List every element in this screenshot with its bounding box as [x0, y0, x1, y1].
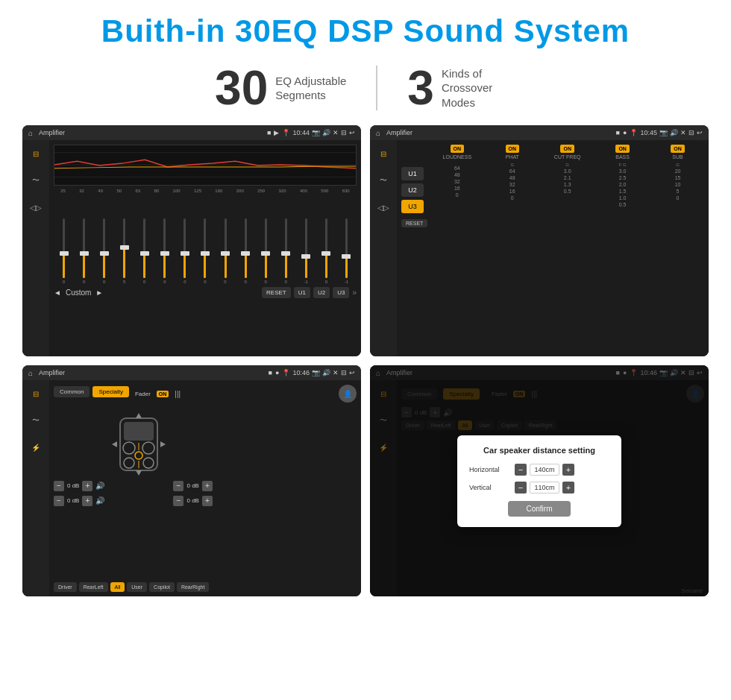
- reset-button[interactable]: RESET: [262, 287, 291, 298]
- db-plus-4[interactable]: +: [202, 496, 213, 506]
- col-cutfreq: ON CUT FREQ G 3.0 2.1 1.3 0.5: [541, 145, 594, 352]
- horizontal-minus[interactable]: −: [515, 464, 527, 476]
- all-btn-3[interactable]: All: [110, 582, 125, 592]
- time-2: 10:45: [640, 129, 657, 136]
- u1-crossover-btn[interactable]: U1: [401, 167, 424, 180]
- rearleft-btn-3[interactable]: RearLeft: [79, 582, 108, 592]
- on-phat[interactable]: ON: [506, 145, 520, 153]
- window-icon-3: ⊟: [341, 369, 347, 376]
- slider-11[interactable]: 0: [259, 218, 272, 284]
- vertical-plus[interactable]: +: [562, 482, 574, 494]
- distance-dialog: Car speaker distance setting Horizontal …: [457, 435, 621, 527]
- db-minus-3[interactable]: −: [173, 481, 183, 491]
- freq-100: 100: [173, 189, 181, 193]
- freq-160: 160: [215, 189, 222, 193]
- eq-icon[interactable]: ⊟: [28, 146, 43, 161]
- on-loudness[interactable]: ON: [451, 145, 465, 153]
- stat-number-eq: 30: [215, 64, 268, 112]
- reset-crossover-btn[interactable]: RESET: [401, 219, 427, 227]
- eq-icon-2[interactable]: ⊟: [376, 146, 391, 161]
- svg-rect-4: [124, 422, 154, 441]
- tab-specialty-3[interactable]: Specialty: [92, 386, 128, 397]
- horizontal-plus[interactable]: +: [562, 464, 574, 476]
- slider-2[interactable]: 0: [78, 218, 91, 284]
- window-icon: ⊟: [341, 129, 347, 136]
- fader-on-3: ON: [157, 391, 169, 397]
- home-icon-2: ⌂: [376, 129, 380, 137]
- slider-3[interactable]: 0: [98, 218, 111, 284]
- screen2-content: ⊟ 〜 ◁▷ U1 U2 U3 RESET: [370, 140, 709, 356]
- back-icon: ↩: [349, 129, 355, 136]
- slider-5[interactable]: 0: [138, 218, 151, 284]
- back-icon-3: ↩: [349, 369, 355, 376]
- profile-icon-3[interactable]: 👤: [339, 385, 357, 403]
- dot-icon-2: ●: [623, 129, 627, 136]
- crossover-cols: ON LOUDNESS 64 48 32 16 0: [430, 145, 704, 352]
- sublabel-sub: G: [676, 163, 680, 167]
- driver-btn-3[interactable]: Driver: [54, 582, 77, 592]
- slider-8[interactable]: 0: [198, 218, 212, 284]
- horizontal-control: − 140cm +: [515, 464, 574, 476]
- u3-button[interactable]: U3: [333, 287, 349, 298]
- u3-crossover-btn[interactable]: U3: [401, 200, 424, 213]
- right-db-controls: − 0 dB + − 0 dB +: [173, 407, 212, 579]
- svg-point-9: [135, 452, 142, 459]
- slider-10[interactable]: 0: [239, 218, 252, 284]
- label-loudness: LOUDNESS: [443, 154, 472, 160]
- on-sub[interactable]: ON: [671, 145, 685, 153]
- db-plus-2[interactable]: +: [82, 496, 92, 506]
- slider-9[interactable]: 0: [219, 218, 232, 284]
- eq-chart: [54, 145, 357, 186]
- u1-button[interactable]: U1: [294, 287, 310, 298]
- rearright-btn-3[interactable]: RearRight: [177, 582, 210, 592]
- db-minus-4[interactable]: −: [173, 496, 183, 506]
- prev-icon[interactable]: ◄: [54, 288, 61, 297]
- on-cutfreq[interactable]: ON: [560, 145, 574, 153]
- user-btn-3[interactable]: User: [127, 582, 147, 592]
- screen3-sidebar: ⊟ 〜 ⚡: [22, 380, 49, 596]
- slider-14[interactable]: 0: [319, 218, 333, 284]
- eq-curve-svg: [54, 145, 356, 185]
- on-bass[interactable]: ON: [615, 145, 630, 153]
- u-buttons: U1 U2 U3 RESET: [401, 145, 427, 352]
- next-icon[interactable]: ►: [95, 288, 103, 297]
- db-val-2: 0 dB: [67, 497, 79, 504]
- slider-7[interactable]: 0: [178, 218, 192, 284]
- db-plus-3[interactable]: +: [202, 481, 213, 491]
- freq-50: 50: [116, 189, 122, 193]
- slider-12[interactable]: 0: [279, 218, 292, 284]
- u2-crossover-btn[interactable]: U2: [401, 183, 424, 197]
- wave-icon-3[interactable]: 〜: [28, 413, 43, 428]
- screen1-title: Amplifier: [39, 129, 264, 136]
- db-row-2: − 0 dB + 🔊: [54, 496, 104, 506]
- slider-13[interactable]: -1: [299, 218, 313, 284]
- slider-15[interactable]: -1: [339, 218, 353, 284]
- db-minus-2[interactable]: −: [54, 496, 64, 506]
- bt-icon-3[interactable]: ⚡: [28, 440, 43, 455]
- freq-63: 63: [135, 189, 140, 193]
- db-minus-1[interactable]: −: [54, 481, 64, 491]
- wave-icon-2[interactable]: 〜: [376, 173, 391, 188]
- eq-icon-3[interactable]: ⊟: [28, 386, 43, 401]
- volume-sidebar-icon-2[interactable]: ◁▷: [376, 200, 391, 215]
- slider-6[interactable]: 0: [158, 218, 172, 284]
- db-plus-1[interactable]: +: [82, 481, 92, 491]
- stat-text-eq: EQ AdjustableSegments: [275, 74, 346, 103]
- svg-point-8: [143, 458, 154, 468]
- status-icons-3: 📍 10:46 📷 🔊 ✕ ⊟ ↩: [282, 369, 355, 376]
- db-row-1: − 0 dB + 🔊: [54, 481, 104, 491]
- dialog-overlay: Car speaker distance setting Horizontal …: [397, 380, 709, 596]
- camera-icon-3: 📷: [312, 369, 320, 376]
- sublabel-bass: F G: [619, 163, 627, 167]
- wave-icon[interactable]: 〜: [28, 173, 43, 188]
- tab-common-3[interactable]: Common: [54, 386, 90, 397]
- slider-4[interactable]: 5: [118, 218, 131, 284]
- confirm-button[interactable]: Confirm: [508, 501, 570, 517]
- u2-button[interactable]: U2: [313, 287, 330, 298]
- slider-1[interactable]: 0: [57, 218, 71, 284]
- label-sub: SUB: [672, 154, 683, 160]
- vertical-minus[interactable]: −: [515, 482, 527, 494]
- copilot-btn-3[interactable]: Copilot: [149, 582, 175, 592]
- svg-marker-13: [136, 470, 142, 476]
- volume-sidebar-icon[interactable]: ◁▷: [28, 200, 43, 215]
